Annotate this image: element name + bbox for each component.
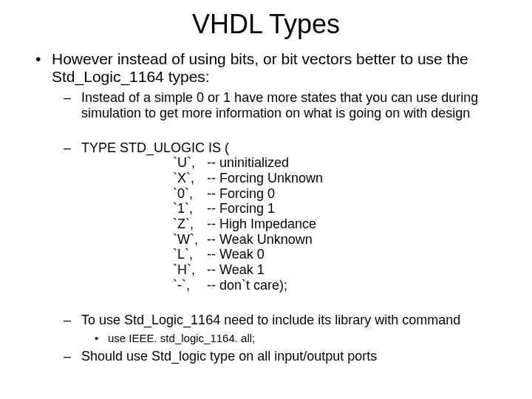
enum-comment: -- Weak 1: [207, 262, 265, 278]
enum-row: `1`,-- Forcing 1: [81, 201, 519, 216]
enum-comment: -- High Impedance: [207, 216, 316, 232]
enum-symbol: `1`,: [173, 201, 207, 216]
enum-comment: -- Weak 0: [207, 247, 265, 262]
type-head: TYPE STD_ULOGIC IS (: [81, 140, 519, 156]
slide-title: VHDL Types: [13, 9, 519, 40]
enum-row: `-`,-- don`t care);: [81, 278, 519, 293]
enum-comment: -- Forcing Unknown: [207, 171, 323, 186]
enum-symbol: `H`,: [173, 262, 207, 278]
bullet-level1: • However instead of using bits, or bit …: [35, 50, 519, 86]
enum-row: `H`,-- Weak 1: [81, 262, 519, 278]
bullet-level2: – To use Std_Logic_1164 need to include …: [64, 313, 519, 328]
enum-symbol: `L`,: [173, 247, 207, 262]
enum-symbol: `X`,: [173, 171, 207, 186]
bullet-dash-icon: –: [64, 313, 81, 328]
enum-row: `W`,-- Weak Unknown: [81, 232, 519, 248]
bullet-text: Instead of a simple 0 or 1 have more sta…: [81, 90, 519, 120]
bullet-dot-icon: •: [35, 50, 52, 86]
enum-symbol: `Z`,: [173, 216, 207, 232]
enum-comment: -- Forcing 0: [207, 186, 275, 202]
enum-row: `L`,-- Weak 0: [81, 247, 519, 262]
enum-symbol: `0`,: [173, 186, 207, 202]
enum-row: `Z`,-- High Impedance: [81, 216, 519, 232]
enum-comment: -- Forcing 1: [207, 201, 275, 216]
enum-comment: -- don`t care);: [207, 278, 287, 293]
bullet-dash-icon: –: [64, 140, 81, 293]
type-definition: TYPE STD_ULOGIC IS ( `U`,-- uninitialize…: [81, 140, 519, 293]
slide: VHDL Types • However instead of using bi…: [0, 0, 532, 399]
bullet-dash-icon: –: [64, 90, 81, 120]
bullet-level2: – TYPE STD_ULOGIC IS ( `U`,-- uninitiali…: [64, 140, 519, 293]
bullet-dash-icon: –: [64, 349, 81, 364]
bullet-dot-icon: •: [95, 332, 108, 344]
enum-symbol: `-`,: [173, 278, 207, 293]
enum-symbol: `W`,: [173, 232, 207, 248]
bullet-text: To use Std_Logic_1164 need to include it…: [81, 313, 460, 328]
bullet-text: Should use Std_logic type on all input/o…: [81, 349, 377, 364]
enum-symbol: `U`,: [173, 155, 207, 171]
enum-row: `X`,-- Forcing Unknown: [81, 171, 519, 186]
bullet-text: use IEEE. std_logic_1164. all;: [108, 332, 255, 344]
bullet-level2: – Instead of a simple 0 or 1 have more s…: [64, 90, 519, 120]
enum-comment: -- uninitialized: [207, 155, 289, 171]
bullet-text: However instead of using bits, or bit ve…: [52, 50, 519, 86]
enum-row: `U`,-- uninitialized: [81, 155, 519, 171]
bullet-level3: • use IEEE. std_logic_1164. all;: [95, 332, 519, 344]
bullet-level2: – Should use Std_logic type on all input…: [64, 349, 519, 364]
enum-comment: -- Weak Unknown: [207, 232, 313, 248]
enum-row: `0`,-- Forcing 0: [81, 186, 519, 202]
